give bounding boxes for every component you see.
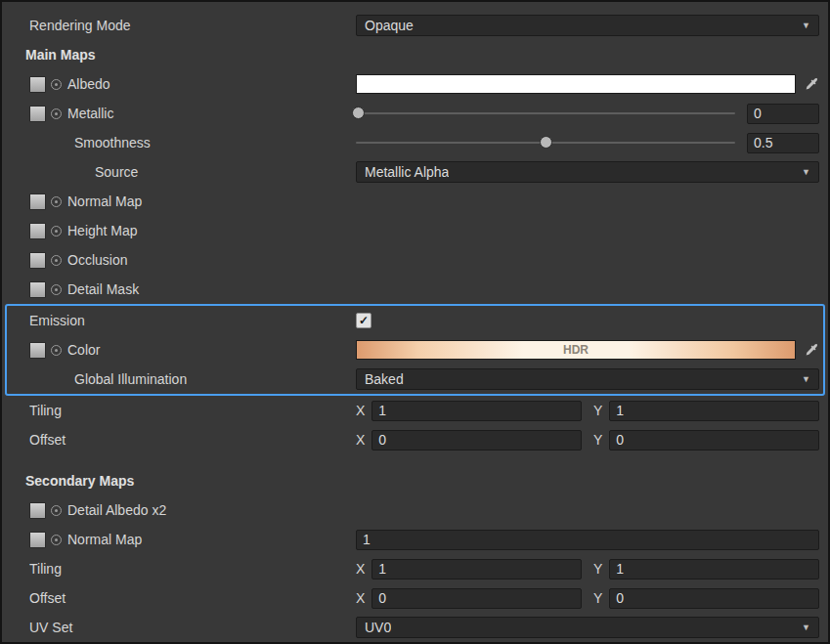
height-map-row: Height Map <box>2 216 828 245</box>
detail-mask-texture-slot[interactable] <box>29 281 46 298</box>
source-row: Source Metallic Alpha ▼ <box>2 157 828 187</box>
metallic-texture-slot[interactable] <box>29 106 46 122</box>
source-value: Metallic Alpha <box>365 164 449 180</box>
smoothness-row: Smoothness <box>2 128 828 157</box>
smoothness-value-input[interactable] <box>747 133 819 153</box>
albedo-row: Albedo <box>2 69 828 99</box>
object-picker-icon[interactable] <box>51 196 62 207</box>
emission-texture-slot[interactable] <box>29 342 46 359</box>
uv-set-row: UV Set UV0 ▼ <box>2 613 828 642</box>
y-axis-label: Y <box>593 590 602 606</box>
uv-set-dropdown[interactable]: UV0 ▼ <box>356 617 819 638</box>
y-axis-label: Y <box>593 432 602 448</box>
secondary-tiling-y-input[interactable] <box>609 559 819 580</box>
object-picker-icon[interactable] <box>51 108 62 119</box>
main-tiling-row: Tiling X Y <box>2 396 828 425</box>
slider-handle[interactable] <box>352 107 365 119</box>
secondary-normal-map-scale-input[interactable] <box>356 530 819 550</box>
chevron-down-icon: ▼ <box>802 21 810 30</box>
offset-y-input[interactable] <box>609 430 819 451</box>
global-illumination-row: Global Illumination Baked ▼ <box>7 365 823 394</box>
global-illumination-label: Global Illumination <box>74 371 187 387</box>
emission-highlight-box: Emission ✓ Color HDR <box>5 304 825 396</box>
object-picker-icon[interactable] <box>51 284 62 295</box>
secondary-maps-header: Secondary Maps <box>25 473 134 489</box>
main-maps-header: Main Maps <box>25 47 96 63</box>
emission-hdr-color-swatch[interactable]: HDR <box>356 340 796 360</box>
occlusion-row: Occlusion <box>2 245 828 275</box>
eyedropper-icon[interactable] <box>804 342 819 358</box>
tiling-label: Tiling <box>29 403 62 418</box>
albedo-texture-slot[interactable] <box>29 76 46 93</box>
detail-mask-row: Detail Mask <box>2 275 828 304</box>
height-map-label: Height Map <box>67 223 138 238</box>
normal-map-texture-slot[interactable] <box>29 193 46 210</box>
secondary-tiling-x-input[interactable] <box>371 559 582 580</box>
tiling-y-input[interactable] <box>609 401 819 421</box>
occlusion-label: Occlusion <box>67 252 127 268</box>
detail-albedo-label: Detail Albedo x2 <box>67 502 166 518</box>
normal-map-row: Normal Map <box>2 187 828 216</box>
metallic-slider[interactable] <box>356 103 735 124</box>
tiling-label: Tiling <box>29 561 62 577</box>
albedo-label: Albedo <box>67 76 110 92</box>
smoothness-label: Smoothness <box>74 135 151 150</box>
emission-row: Emission ✓ <box>7 306 823 335</box>
secondary-normal-map-row: Normal Map <box>2 525 828 554</box>
detail-mask-label: Detail Mask <box>67 281 139 297</box>
metallic-row: Metallic <box>2 99 828 128</box>
object-picker-icon[interactable] <box>51 79 62 90</box>
secondary-tiling-row: Tiling X Y <box>2 554 828 583</box>
object-picker-icon[interactable] <box>51 226 62 236</box>
slider-handle[interactable] <box>540 136 552 149</box>
detail-albedo-texture-slot[interactable] <box>29 502 46 519</box>
y-axis-label: Y <box>593 561 602 577</box>
height-map-texture-slot[interactable] <box>29 223 46 239</box>
secondary-offset-row: Offset X Y <box>2 583 828 613</box>
object-picker-icon[interactable] <box>51 505 62 516</box>
uv-set-value: UV0 <box>365 620 391 635</box>
emission-color-label: Color <box>67 342 100 358</box>
chevron-down-icon: ▼ <box>802 374 810 384</box>
eyedropper-icon[interactable] <box>804 76 819 92</box>
slider-track[interactable] <box>356 112 735 114</box>
offset-x-input[interactable] <box>371 430 582 451</box>
tiling-x-input[interactable] <box>371 401 582 421</box>
object-picker-icon[interactable] <box>51 255 62 266</box>
chevron-down-icon: ▼ <box>802 623 810 632</box>
rendering-mode-dropdown[interactable]: Opaque ▼ <box>356 15 819 36</box>
metallic-label: Metallic <box>67 106 113 121</box>
object-picker-icon[interactable] <box>51 345 62 356</box>
normal-map-label: Normal Map <box>67 193 142 209</box>
secondary-normal-map-label: Normal Map <box>67 532 142 547</box>
global-illumination-value: Baked <box>365 371 404 387</box>
x-axis-label: X <box>356 561 365 577</box>
secondary-offset-y-input[interactable] <box>609 588 819 609</box>
main-maps-header-row: Main Maps <box>2 40 828 69</box>
secondary-maps-header-row: Secondary Maps <box>2 466 828 495</box>
material-inspector: Rendering Mode Opaque ▼ Main Maps Albedo <box>0 0 830 644</box>
source-label: Source <box>95 164 138 180</box>
occlusion-texture-slot[interactable] <box>29 252 46 269</box>
smoothness-slider[interactable] <box>356 132 735 153</box>
emission-checkbox[interactable]: ✓ <box>356 313 371 328</box>
metallic-value-input[interactable] <box>747 104 819 124</box>
emission-label: Emission <box>29 313 85 328</box>
rendering-mode-value: Opaque <box>365 18 414 33</box>
secondary-normal-map-texture-slot[interactable] <box>29 532 46 548</box>
main-offset-row: Offset X Y <box>2 425 828 454</box>
albedo-color-swatch[interactable] <box>356 74 796 94</box>
emission-color-row: Color HDR <box>7 335 823 365</box>
x-axis-label: X <box>356 590 365 606</box>
x-axis-label: X <box>356 403 365 418</box>
offset-label: Offset <box>29 432 66 448</box>
hdr-badge: HDR <box>563 343 589 357</box>
secondary-offset-x-input[interactable] <box>371 588 582 609</box>
rendering-mode-row: Rendering Mode Opaque ▼ <box>2 11 828 40</box>
object-picker-icon[interactable] <box>51 535 62 545</box>
y-axis-label: Y <box>593 403 602 418</box>
global-illumination-dropdown[interactable]: Baked ▼ <box>356 368 819 390</box>
source-dropdown[interactable]: Metallic Alpha ▼ <box>356 161 819 183</box>
check-icon: ✓ <box>359 315 369 326</box>
rendering-mode-label: Rendering Mode <box>29 18 131 33</box>
